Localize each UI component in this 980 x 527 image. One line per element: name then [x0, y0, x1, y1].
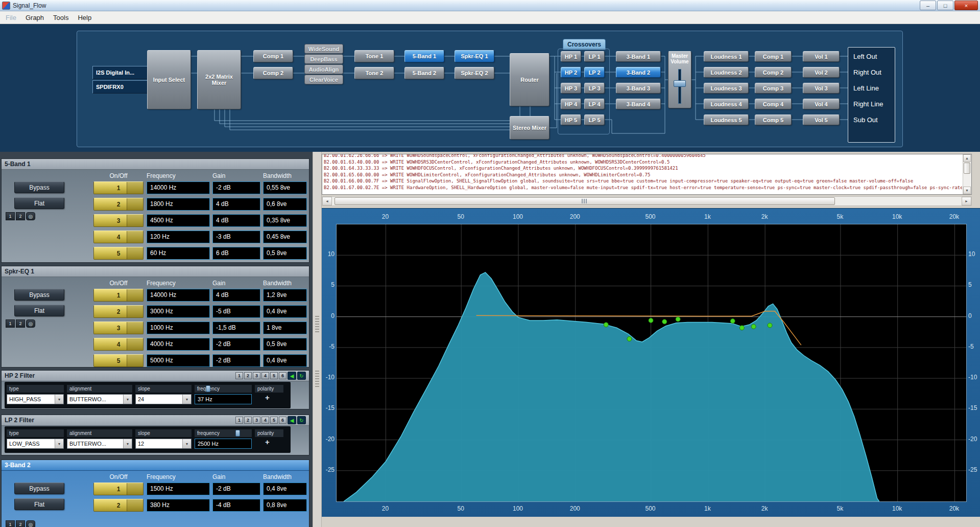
- scroll-up-icon[interactable]: ▲: [963, 154, 971, 162]
- frequency-input[interactable]: 2500 Hz: [195, 439, 252, 449]
- spkreq1-bandwidth-4[interactable]: 0,5 8ve: [263, 338, 307, 351]
- block-router[interactable]: Router: [510, 53, 549, 106]
- 3band2-onoff-1[interactable]: 1: [93, 483, 144, 495]
- menu-graph[interactable]: Graph: [21, 12, 49, 23]
- spkreq1-frequency-1[interactable]: 14000 Hz: [147, 289, 210, 302]
- channel-button-1[interactable]: 1: [235, 417, 243, 424]
- 3band2-gain-2[interactable]: -4 dB: [212, 499, 260, 512]
- minimize-button[interactable]: –: [920, 1, 936, 10]
- 3band2-bandwidth-2[interactable]: 0,8 8ve: [263, 499, 307, 512]
- channel-button-4[interactable]: 4: [261, 372, 269, 379]
- block-loudness-2[interactable]: Loudness 2: [704, 67, 749, 78]
- enhancer-audioalign[interactable]: AudioAlign: [304, 64, 343, 74]
- 5band1-frequency-5[interactable]: 60 Hz: [147, 247, 210, 260]
- 5band1-onoff-3[interactable]: 3: [93, 214, 144, 227]
- spkreq1-bandwidth-2[interactable]: 0,4 8ve: [263, 305, 307, 318]
- scrollbar-thumb[interactable]: [334, 197, 835, 205]
- block-loudness-3[interactable]: Loudness 3: [704, 83, 749, 94]
- maximize-button[interactable]: □: [937, 1, 953, 10]
- block-comp-3[interactable]: Comp 3: [755, 83, 792, 94]
- spkreq1-gain-3[interactable]: -1,5 dB: [212, 322, 260, 334]
- spkreq1-bandwidth-3[interactable]: 1 8ve: [263, 322, 307, 334]
- eq-handle-5[interactable]: [676, 317, 680, 322]
- spkreq1-frequency-3[interactable]: 1000 Hz: [147, 322, 210, 334]
- eq-handle-3[interactable]: [649, 318, 653, 323]
- block-stereo-mixer[interactable]: Stereo Mixer: [510, 116, 549, 140]
- menu-file[interactable]: File: [1, 12, 21, 23]
- spkreq1-onoff-3[interactable]: 3: [93, 322, 144, 334]
- menu-tools[interactable]: Tools: [49, 12, 73, 23]
- splitter-grip[interactable]: [315, 371, 319, 388]
- block-vol-1[interactable]: Vol 1: [803, 51, 840, 62]
- power-icon[interactable]: ↻: [297, 372, 306, 380]
- crossover-lp-1[interactable]: LP 1: [584, 51, 605, 62]
- log-horizontal-scrollbar[interactable]: ◄ ►: [322, 196, 972, 206]
- 5band1-gain-4[interactable]: -3 dB: [212, 231, 260, 243]
- 5band1-onoff-5[interactable]: 5: [93, 247, 144, 260]
- 5band1-onoff-2[interactable]: 2: [93, 198, 144, 211]
- spkreq1-onoff-5[interactable]: 5: [93, 354, 144, 367]
- channel-button-4[interactable]: 4: [261, 417, 269, 424]
- block-vol-4[interactable]: Vol 4: [803, 99, 840, 109]
- spkreq1-gain-2[interactable]: -5 dB: [212, 305, 260, 318]
- spkreq1-gain-4[interactable]: -2 dB: [212, 338, 260, 351]
- enhancer-widesound[interactable]: WideSound: [304, 44, 343, 54]
- block-comp-5[interactable]: Comp 5: [755, 114, 792, 125]
- crossover-hp-1[interactable]: HP 1: [561, 51, 581, 62]
- band-select-1-button[interactable]: 1: [6, 520, 15, 527]
- log-vertical-scrollbar[interactable]: ▲ ▼: [963, 154, 971, 194]
- block-loudness-4[interactable]: Loudness 4: [704, 99, 749, 109]
- polarity-value[interactable]: +: [265, 438, 270, 446]
- eq-handle-1[interactable]: [604, 323, 608, 327]
- scroll-right-icon[interactable]: ►: [962, 197, 971, 205]
- alignment-select[interactable]: BUTTERWO... ▾: [67, 439, 132, 449]
- 5band1-onoff-1[interactable]: 1: [93, 181, 144, 194]
- block-vol-3[interactable]: Vol 3: [803, 83, 840, 94]
- channel-button-5[interactable]: 5: [270, 417, 278, 424]
- knob-icon[interactable]: ◎: [26, 520, 35, 527]
- scroll-down-icon[interactable]: ▼: [963, 187, 971, 194]
- close-button[interactable]: ×: [954, 1, 978, 10]
- block-loudness-1[interactable]: Loudness 1: [704, 51, 749, 62]
- input-i2s-label[interactable]: I2S Digital In...: [92, 66, 148, 79]
- input-spdifrx0-label[interactable]: SPDIFRX0: [92, 80, 148, 94]
- 5band1-bandwidth-1[interactable]: 0,55 8ve: [263, 181, 307, 194]
- 5band1-frequency-3[interactable]: 4500 Hz: [147, 214, 210, 227]
- splitter-grip[interactable]: [315, 316, 319, 333]
- block-vol-5[interactable]: Vol 5: [803, 114, 840, 125]
- channel-button-6[interactable]: 6: [279, 372, 286, 379]
- response-plot[interactable]: [336, 224, 967, 502]
- block-tone-1[interactable]: Tone 1: [354, 50, 394, 62]
- block-master-volume[interactable]: Master Volume: [668, 51, 691, 108]
- 5band1-gain-5[interactable]: 6 dB: [212, 247, 260, 260]
- eq-handle-2[interactable]: [627, 337, 632, 341]
- type-select[interactable]: LOW_PASS ▾: [7, 439, 64, 449]
- spkreq1-frequency-4[interactable]: 4000 Hz: [147, 338, 210, 351]
- block-spkr-eq-1[interactable]: Spkr-EQ 1: [455, 50, 494, 62]
- block-comp-1[interactable]: Comp 1: [253, 50, 293, 62]
- 5band1-onoff-4[interactable]: 4: [93, 231, 144, 243]
- frequency-slider[interactable]: [206, 385, 210, 392]
- spkreq1-bandwidth-5[interactable]: 0,4 8ve: [263, 354, 307, 367]
- 5band1-frequency-4[interactable]: 120 Hz: [147, 231, 210, 243]
- scroll-left-icon[interactable]: ◄: [322, 197, 332, 205]
- 3band2-bandwidth-1[interactable]: 0,4 8ve: [263, 483, 307, 495]
- crossover-lp-2[interactable]: LP 2: [584, 67, 605, 78]
- spkreq1-onoff-4[interactable]: 4: [93, 338, 144, 351]
- polarity-value[interactable]: +: [265, 393, 270, 402]
- channel-button-6[interactable]: 6: [279, 417, 286, 424]
- block-comp-2[interactable]: Comp 2: [253, 67, 293, 79]
- block-comp-4[interactable]: Comp 4: [755, 99, 792, 109]
- spkreq1-gain-1[interactable]: 4 dB: [212, 289, 260, 302]
- spkreq1-gain-5[interactable]: -2 dB: [212, 354, 260, 367]
- 5band1-frequency-2[interactable]: 1800 Hz: [147, 198, 210, 211]
- frequency-slider[interactable]: [235, 430, 240, 437]
- 5band1-gain-3[interactable]: 4 dB: [212, 214, 260, 227]
- frequency-input[interactable]: 37 Hz: [195, 394, 252, 404]
- eq-handle-6[interactable]: [730, 319, 735, 324]
- block-3-band-1[interactable]: 3-Band 1: [616, 51, 661, 62]
- eq-handle-8[interactable]: [751, 324, 756, 329]
- block-matrix-mixer[interactable]: 2x2 Matrix Mixer: [197, 50, 241, 109]
- master-volume-slider[interactable]: [674, 80, 686, 87]
- block-loudness-5[interactable]: Loudness 5: [704, 114, 749, 125]
